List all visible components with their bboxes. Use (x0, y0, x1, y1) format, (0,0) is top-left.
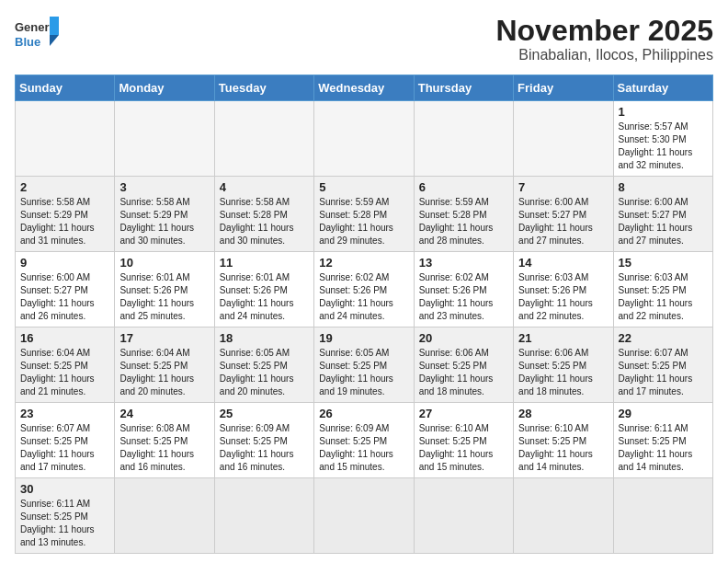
calendar-day-cell: 6Sunrise: 5:59 AMSunset: 5:28 PMDaylight… (414, 177, 513, 252)
logo: General Blue (15, 15, 61, 55)
calendar-day-cell: 20Sunrise: 6:06 AMSunset: 5:25 PMDayligh… (414, 327, 513, 403)
calendar-day-cell: 14Sunrise: 6:03 AMSunset: 5:26 PMDayligh… (514, 252, 613, 327)
day-number: 15 (619, 256, 708, 270)
day-number: 19 (319, 331, 408, 345)
day-number: 21 (518, 331, 608, 345)
day-number: 28 (518, 407, 608, 420)
calendar-day-cell (414, 478, 513, 554)
day-number: 23 (20, 407, 109, 420)
day-number: 8 (619, 180, 708, 194)
day-number: 6 (419, 180, 508, 194)
weekday-header-sunday: Sunday (16, 75, 115, 101)
day-number: 16 (20, 331, 109, 345)
calendar-day-cell: 9Sunrise: 6:00 AMSunset: 5:27 PMDaylight… (16, 252, 115, 327)
svg-marker-2 (50, 17, 59, 35)
day-info: Sunrise: 6:03 AMSunset: 5:26 PMDaylight:… (518, 271, 608, 323)
location-title: Binabalian, Ilocos, Philippines (495, 47, 713, 63)
weekday-header-tuesday: Tuesday (214, 75, 313, 101)
day-number: 7 (518, 180, 608, 194)
day-info: Sunrise: 5:58 AMSunset: 5:29 PMDaylight:… (119, 196, 209, 247)
day-number: 20 (419, 331, 508, 345)
calendar-day-cell: 23Sunrise: 6:07 AMSunset: 5:25 PMDayligh… (16, 403, 115, 478)
weekday-header-row: SundayMondayTuesdayWednesdayThursdayFrid… (16, 75, 713, 101)
page-header: General Blue November 2025 Binabalian, I… (15, 15, 713, 63)
day-number: 2 (20, 180, 109, 194)
weekday-header-friday: Friday (514, 75, 613, 101)
day-number: 30 (20, 482, 109, 496)
calendar-day-cell (115, 101, 214, 177)
day-info: Sunrise: 6:11 AMSunset: 5:25 PMDaylight:… (619, 422, 708, 474)
day-info: Sunrise: 6:05 AMSunset: 5:25 PMDaylight:… (319, 347, 408, 398)
calendar-day-cell: 15Sunrise: 6:03 AMSunset: 5:25 PMDayligh… (613, 252, 712, 327)
calendar-day-cell: 27Sunrise: 6:10 AMSunset: 5:25 PMDayligh… (414, 403, 513, 478)
day-info: Sunrise: 6:00 AMSunset: 5:27 PMDaylight:… (518, 196, 608, 247)
day-info: Sunrise: 6:02 AMSunset: 5:26 PMDaylight:… (319, 271, 408, 323)
calendar-day-cell: 5Sunrise: 5:59 AMSunset: 5:28 PMDaylight… (314, 177, 414, 252)
calendar-day-cell: 28Sunrise: 6:10 AMSunset: 5:25 PMDayligh… (514, 403, 613, 478)
day-info: Sunrise: 6:04 AMSunset: 5:25 PMDaylight:… (20, 347, 109, 398)
day-number: 12 (319, 256, 408, 270)
day-info: Sunrise: 5:58 AMSunset: 5:28 PMDaylight:… (220, 196, 309, 247)
calendar-day-cell (16, 101, 115, 177)
calendar-day-cell: 4Sunrise: 5:58 AMSunset: 5:28 PMDaylight… (214, 177, 313, 252)
day-number: 29 (619, 407, 708, 420)
calendar-week-row: 1Sunrise: 5:57 AMSunset: 5:30 PMDaylight… (16, 101, 713, 177)
calendar-day-cell: 8Sunrise: 6:00 AMSunset: 5:27 PMDaylight… (613, 177, 712, 252)
day-number: 14 (518, 256, 608, 270)
svg-text:Blue: Blue (15, 35, 40, 49)
calendar-day-cell (414, 101, 513, 177)
day-info: Sunrise: 6:09 AMSunset: 5:25 PMDaylight:… (319, 422, 408, 474)
day-number: 22 (619, 331, 708, 345)
calendar-day-cell: 26Sunrise: 6:09 AMSunset: 5:25 PMDayligh… (314, 403, 414, 478)
day-info: Sunrise: 6:02 AMSunset: 5:26 PMDaylight:… (419, 271, 508, 323)
calendar-day-cell (613, 478, 712, 554)
logo-svg: General Blue (15, 15, 61, 55)
calendar-day-cell (214, 478, 313, 554)
weekday-header-thursday: Thursday (414, 75, 513, 101)
day-info: Sunrise: 6:05 AMSunset: 5:25 PMDaylight:… (220, 347, 309, 398)
day-info: Sunrise: 6:07 AMSunset: 5:25 PMDaylight:… (20, 422, 109, 474)
calendar-day-cell: 29Sunrise: 6:11 AMSunset: 5:25 PMDayligh… (613, 403, 712, 478)
day-info: Sunrise: 5:57 AMSunset: 5:30 PMDaylight:… (619, 121, 708, 172)
day-info: Sunrise: 5:59 AMSunset: 5:28 PMDaylight:… (319, 196, 408, 247)
calendar-table: SundayMondayTuesdayWednesdayThursdayFrid… (15, 75, 713, 554)
day-info: Sunrise: 6:00 AMSunset: 5:27 PMDaylight:… (20, 271, 109, 323)
calendar-week-row: 9Sunrise: 6:00 AMSunset: 5:27 PMDaylight… (16, 252, 713, 327)
day-number: 13 (419, 256, 508, 270)
day-info: Sunrise: 6:07 AMSunset: 5:25 PMDaylight:… (619, 347, 708, 398)
calendar-day-cell (314, 101, 414, 177)
calendar-day-cell: 2Sunrise: 5:58 AMSunset: 5:29 PMDaylight… (16, 177, 115, 252)
day-info: Sunrise: 6:00 AMSunset: 5:27 PMDaylight:… (619, 196, 708, 247)
title-area: November 2025 Binabalian, Ilocos, Philip… (495, 15, 713, 63)
month-title: November 2025 (495, 15, 713, 47)
day-info: Sunrise: 6:06 AMSunset: 5:25 PMDaylight:… (419, 347, 508, 398)
day-info: Sunrise: 6:04 AMSunset: 5:25 PMDaylight:… (119, 347, 209, 398)
day-info: Sunrise: 6:09 AMSunset: 5:25 PMDaylight:… (220, 422, 309, 474)
day-info: Sunrise: 6:03 AMSunset: 5:25 PMDaylight:… (619, 271, 708, 323)
calendar-day-cell: 25Sunrise: 6:09 AMSunset: 5:25 PMDayligh… (214, 403, 313, 478)
day-number: 11 (220, 256, 309, 270)
calendar-day-cell: 19Sunrise: 6:05 AMSunset: 5:25 PMDayligh… (314, 327, 414, 403)
calendar-day-cell: 21Sunrise: 6:06 AMSunset: 5:25 PMDayligh… (514, 327, 613, 403)
day-info: Sunrise: 6:06 AMSunset: 5:25 PMDaylight:… (518, 347, 608, 398)
calendar-week-row: 16Sunrise: 6:04 AMSunset: 5:25 PMDayligh… (16, 327, 713, 403)
calendar-day-cell (115, 478, 214, 554)
calendar-day-cell: 24Sunrise: 6:08 AMSunset: 5:25 PMDayligh… (115, 403, 214, 478)
day-number: 17 (119, 331, 209, 345)
calendar-day-cell: 11Sunrise: 6:01 AMSunset: 5:26 PMDayligh… (214, 252, 313, 327)
calendar-day-cell: 3Sunrise: 5:58 AMSunset: 5:29 PMDaylight… (115, 177, 214, 252)
weekday-header-saturday: Saturday (613, 75, 712, 101)
calendar-week-row: 30Sunrise: 6:11 AMSunset: 5:25 PMDayligh… (16, 478, 713, 554)
calendar-day-cell: 10Sunrise: 6:01 AMSunset: 5:26 PMDayligh… (115, 252, 214, 327)
day-info: Sunrise: 6:01 AMSunset: 5:26 PMDaylight:… (220, 271, 309, 323)
day-number: 9 (20, 256, 109, 270)
day-number: 24 (119, 407, 209, 420)
day-info: Sunrise: 6:01 AMSunset: 5:26 PMDaylight:… (119, 271, 209, 323)
weekday-header-monday: Monday (115, 75, 214, 101)
day-number: 10 (119, 256, 209, 270)
day-number: 3 (119, 180, 209, 194)
calendar-day-cell (214, 101, 313, 177)
day-number: 1 (619, 105, 708, 119)
day-number: 18 (220, 331, 309, 345)
day-number: 25 (220, 407, 309, 420)
